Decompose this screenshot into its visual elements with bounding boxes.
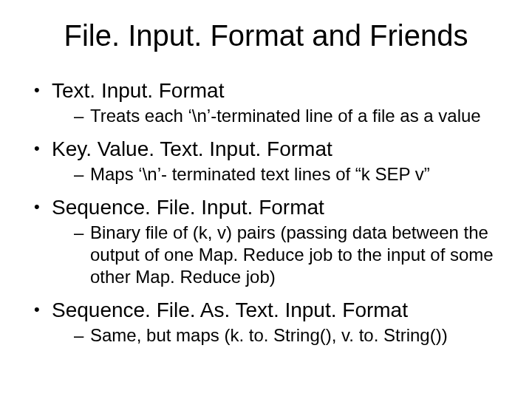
list-item: Text. Input. Format Treats each ‘\n’-ter… [33,78,505,127]
sub-list: Maps ‘\n’- terminated text lines of “k S… [52,163,505,185]
sub-list: Same, but maps (k. to. String(), v. to. … [52,324,505,347]
list-item: Key. Value. Text. Input. Format Maps ‘\n… [33,136,505,185]
sub-list-item: Binary file of (k, v) pairs (passing dat… [74,222,505,288]
bullet-label: Text. Input. Format [52,79,224,102]
bullet-label: Sequence. File. As. Text. Input. Format [52,299,408,321]
bullet-label: Sequence. File. Input. Format [52,196,324,219]
slide-title: File. Input. Format and Friends [27,19,505,52]
bullet-list: Text. Input. Format Treats each ‘\n’-ter… [27,78,505,347]
list-item: Sequence. File. As. Text. Input. Format … [33,297,505,347]
sub-list: Binary file of (k, v) pairs (passing dat… [52,222,505,288]
sub-list: Treats each ‘\n’-terminated line of a fi… [52,105,505,127]
sub-list-item: Maps ‘\n’- terminated text lines of “k S… [74,163,505,185]
list-item: Sequence. File. Input. Format Binary fil… [33,194,505,288]
sub-list-item: Same, but maps (k. to. String(), v. to. … [74,324,505,347]
sub-list-item: Treats each ‘\n’-terminated line of a fi… [74,105,505,127]
slide: File. Input. Format and Friends Text. In… [0,0,532,399]
bullet-label: Key. Value. Text. Input. Format [52,137,332,160]
